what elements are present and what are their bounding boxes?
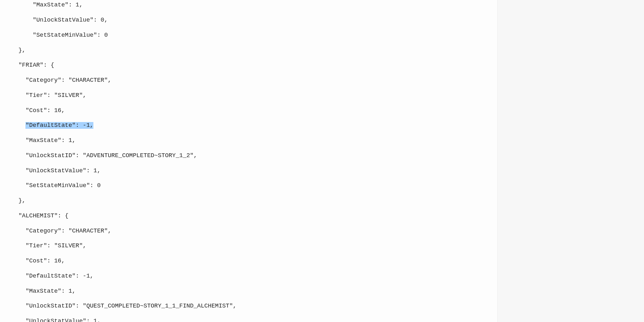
code-line[interactable]: "ALCHEMIST": { xyxy=(11,212,497,220)
code-editor[interactable]: "MaxState": 1, "UnlockStatValue": 0, "Se… xyxy=(0,0,497,322)
code-line[interactable]: }, xyxy=(11,47,497,54)
code-line[interactable]: "SetStateMinValue": 0 xyxy=(11,182,497,189)
code-line[interactable]: "SetStateMinValue": 0 xyxy=(11,32,497,39)
code-line[interactable]: "Category": "CHARACTER", xyxy=(11,227,497,235)
text-selection[interactable]: "DefaultState": -1, xyxy=(25,122,93,129)
right-pane xyxy=(497,0,644,322)
code-content[interactable]: "MaxState": 1, "UnlockStatValue": 0, "Se… xyxy=(0,0,497,322)
code-line[interactable]: "MaxState": 1, xyxy=(11,1,497,9)
code-line[interactable]: "UnlockStatValue": 1, xyxy=(11,167,497,175)
code-line[interactable]: "Tier": "SILVER", xyxy=(11,242,497,250)
code-line[interactable]: "DefaultState": -1, xyxy=(11,272,497,280)
code-line[interactable]: "Tier": "SILVER", xyxy=(11,92,497,99)
code-line-selected[interactable]: "DefaultState": -1, xyxy=(11,122,497,129)
code-line[interactable]: "MaxState": 1, xyxy=(11,288,497,295)
code-line[interactable]: "UnlockStatValue": 1, xyxy=(11,317,497,322)
code-line[interactable]: "UnlockStatID": "ADVENTURE_COMPLETED~STO… xyxy=(11,152,497,159)
code-line[interactable]: "MaxState": 1, xyxy=(11,137,497,144)
code-line[interactable]: "Category": "CHARACTER", xyxy=(11,77,497,84)
code-line[interactable]: }, xyxy=(11,197,497,204)
code-line[interactable]: "FRIAR": { xyxy=(11,62,497,69)
code-line[interactable]: "Cost": 16, xyxy=(11,107,497,114)
code-line[interactable]: "UnlockStatValue": 0, xyxy=(11,16,497,24)
code-line[interactable]: "UnlockStatID": "QUEST_COMPLETED~STORY_1… xyxy=(11,302,497,310)
code-line[interactable]: "Cost": 16, xyxy=(11,257,497,265)
